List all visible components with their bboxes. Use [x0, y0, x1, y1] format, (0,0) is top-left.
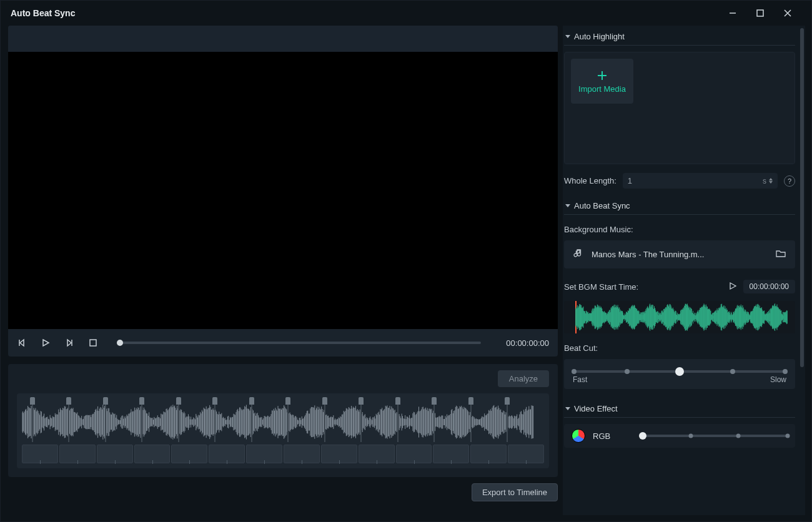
left-column: 00:00:00:00 Analyze — [8, 26, 558, 515]
play-button[interactable] — [41, 338, 51, 348]
playhead-scrubber[interactable] — [117, 342, 481, 344]
stop-button[interactable] — [88, 338, 98, 348]
effect-strength-slider[interactable] — [643, 435, 788, 437]
rgb-swatch-icon — [572, 429, 585, 443]
chevron-down-icon — [565, 35, 570, 38]
segment[interactable] — [246, 445, 282, 463]
window-title: Auto Beat Sync — [11, 8, 75, 18]
section-header-auto-beat-sync[interactable]: Auto Beat Sync — [564, 197, 795, 215]
bgm-play-button[interactable] — [728, 282, 737, 292]
whole-length-input[interactable]: 1 s — [623, 173, 778, 189]
scrollbar[interactable] — [800, 28, 804, 513]
background-music-label: Background Music: — [564, 225, 795, 234]
export-to-timeline-button[interactable]: Export to Timeline — [472, 483, 558, 501]
segment[interactable] — [59, 445, 96, 463]
preview-panel: 00:00:00:00 — [8, 26, 558, 357]
music-note-icon — [573, 248, 584, 261]
titlebar: Auto Beat Sync — [1, 1, 811, 26]
minimize-button[interactable] — [719, 1, 746, 26]
beat-cut-slider-box: Fast Slow — [564, 359, 795, 389]
folder-icon[interactable] — [775, 248, 786, 261]
svg-rect-0 — [757, 10, 763, 16]
whole-length-unit: s — [763, 177, 766, 185]
section-title: Video Effect — [574, 404, 618, 413]
help-button[interactable]: ? — [784, 175, 795, 187]
effect-thumb[interactable] — [639, 432, 646, 440]
segment[interactable] — [209, 445, 245, 463]
settings-panel: Auto Highlight Import Media Whole Length… — [563, 26, 805, 515]
close-button[interactable] — [774, 1, 801, 26]
bgm-track-name: Manos Mars - The Tunning.m... — [592, 250, 768, 259]
segment[interactable] — [97, 445, 133, 463]
import-media-button[interactable]: Import Media — [571, 59, 633, 104]
segment-row — [22, 445, 544, 463]
segment[interactable] — [134, 445, 171, 463]
bgm-track-row: Manos Mars - The Tunning.m... — [564, 240, 795, 268]
timeline-wave-area[interactable] — [17, 393, 549, 468]
media-bin[interactable]: Import Media — [564, 52, 795, 164]
segment[interactable] — [508, 445, 544, 463]
timeline-panel: Analyze — [8, 364, 558, 477]
section-title: Auto Highlight — [574, 32, 625, 41]
maximize-button[interactable] — [746, 1, 774, 26]
preview-timecode: 00:00:00:00 — [506, 338, 549, 348]
bgm-start-time[interactable]: 00:00:00:00 — [743, 280, 795, 293]
beat-cut-fast-label: Fast — [573, 375, 587, 384]
bgm-waveform[interactable] — [564, 301, 795, 333]
app-window: Auto Beat Sync — [0, 0, 812, 522]
beat-cut-slow-label: Slow — [770, 375, 786, 384]
section-header-video-effect[interactable]: Video Effect — [564, 400, 795, 418]
frame-forward-button[interactable] — [64, 338, 74, 348]
segment[interactable] — [284, 445, 320, 463]
segment[interactable] — [396, 445, 432, 463]
beat-cut-slider[interactable] — [574, 370, 785, 373]
section-title: Auto Beat Sync — [574, 201, 630, 210]
segment[interactable] — [22, 445, 58, 463]
segment[interactable] — [171, 445, 207, 463]
preview-video[interactable] — [8, 52, 558, 329]
whole-length-value: 1 — [628, 176, 763, 185]
frame-back-button[interactable] — [17, 338, 27, 348]
effect-name: RGB — [593, 431, 635, 441]
svg-rect-1 — [90, 340, 96, 346]
beat-cut-thumb[interactable] — [675, 367, 684, 376]
scrollbar-thumb[interactable] — [800, 28, 804, 367]
effect-row-rgb: RGB — [564, 424, 795, 448]
whole-length-label: Whole Length: — [564, 176, 616, 185]
segment[interactable] — [321, 445, 357, 463]
chevron-down-icon — [565, 407, 570, 410]
beat-cut-label: Beat Cut: — [564, 343, 795, 353]
spinner-icon[interactable] — [769, 178, 773, 184]
preview-header — [8, 26, 558, 52]
section-header-auto-highlight[interactable]: Auto Highlight — [564, 28, 795, 46]
timeline-waveform — [22, 402, 534, 442]
set-bgm-start-label: Set BGM Start Time: — [564, 282, 638, 292]
segment[interactable] — [433, 445, 469, 463]
segment[interactable] — [359, 445, 395, 463]
beat-markers — [22, 397, 544, 405]
scrubber-knob[interactable] — [117, 340, 123, 346]
chevron-down-icon — [565, 204, 570, 207]
segment[interactable] — [470, 445, 507, 463]
analyze-button[interactable]: Analyze — [498, 370, 549, 387]
import-media-label: Import Media — [578, 84, 626, 94]
transport-bar: 00:00:00:00 — [8, 329, 558, 357]
